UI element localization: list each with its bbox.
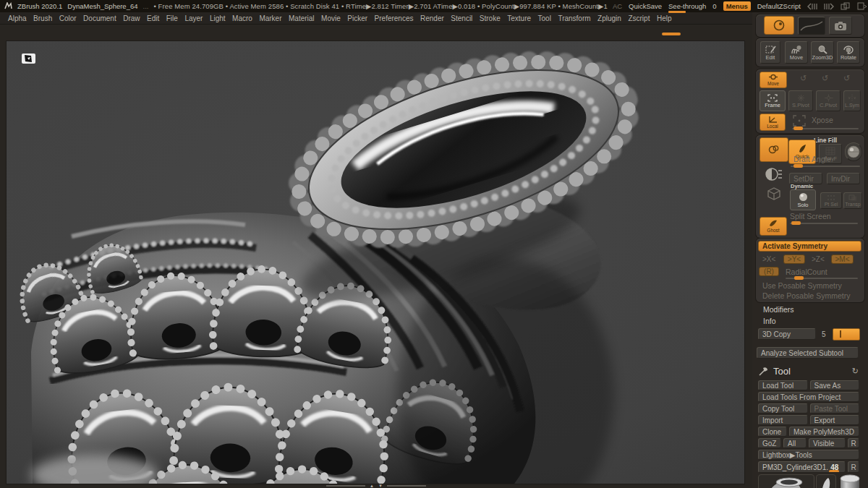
default-zscript-button[interactable]: DefaultZScript [757, 2, 801, 10]
quicksave-button[interactable]: QuickSave [629, 2, 662, 10]
menu-item-help[interactable]: Help [657, 14, 672, 22]
copy-3d-button[interactable]: 3D Copy [758, 328, 816, 340]
tray-arrow-up-icon[interactable]: ▲ [370, 484, 374, 488]
secondary-tool-thumbnail[interactable] [816, 474, 836, 488]
gyro-move-button[interactable]: Move [760, 72, 787, 88]
goz-all-button[interactable]: All [783, 438, 807, 448]
edit-button[interactable]: Edit [760, 41, 780, 64]
goz-button[interactable]: GoZ [758, 438, 781, 448]
menu-item-draw[interactable]: Draw [123, 14, 140, 22]
camera-button[interactable] [829, 17, 852, 35]
texture-thumbnail[interactable] [798, 17, 825, 35]
frame-button[interactable]: Frame [760, 90, 786, 111]
menu-item-marker[interactable]: Marker [259, 14, 281, 22]
delete-posable-symmetry-button[interactable]: Delete Posable Symmetry [762, 291, 850, 300]
see-through-slider-nub[interactable] [668, 11, 686, 13]
xpose-slider[interactable] [792, 128, 859, 129]
document-canvas[interactable] [6, 40, 745, 484]
radial-count-slider[interactable] [786, 278, 858, 279]
refresh-icon[interactable]: ↻ [852, 367, 859, 376]
draft-angle-slider-nub[interactable] [793, 164, 803, 168]
rotate-ccw-icon[interactable]: ↺ [800, 74, 807, 83]
palette-layout-icon[interactable] [857, 2, 867, 10]
xpose-slider-nub[interactable] [793, 127, 803, 130]
export-button[interactable]: Export [810, 415, 860, 425]
menu-item-tool[interactable]: Tool [538, 14, 551, 22]
load-tools-from-project-button[interactable]: Load Tools From Project [758, 392, 859, 402]
import-button[interactable]: Import [758, 415, 808, 425]
menu-item-render[interactable]: Render [420, 14, 444, 22]
copy-layout-icon[interactable] [841, 2, 851, 10]
menu-item-material[interactable]: Material [289, 14, 315, 22]
scroll-mode-button[interactable] [760, 137, 788, 162]
solo-button[interactable]: Solo [790, 189, 816, 210]
analyze-selected-subtool-button[interactable]: Analyze Selected Subtool [757, 347, 859, 359]
use-posable-symmetry-button[interactable]: Use Posable Symmetry [762, 281, 842, 290]
transparency-cube-icon[interactable] [765, 185, 783, 202]
lightbox-tools-button[interactable]: Lightbox▶Tools [758, 450, 859, 460]
radial-count-nub[interactable] [794, 276, 804, 280]
modifiers-label[interactable]: Modifiers [763, 305, 794, 314]
menu-item-preferences[interactable]: Preferences [375, 14, 414, 22]
rotate-ccw-icon[interactable]: ↺ [822, 74, 828, 83]
pt-sel-button[interactable]: Pt Sel [820, 192, 842, 209]
s-pivot-button[interactable]: S.Pivot [788, 90, 813, 111]
menu-item-color[interactable]: Color [59, 14, 77, 22]
menu-item-zplugin[interactable]: Zplugin [597, 14, 621, 22]
invdir-button[interactable]: InvDir [827, 173, 860, 184]
zoom3d-button[interactable]: Zoom3D [811, 41, 834, 64]
menus-button[interactable]: Menus [723, 1, 751, 11]
copy-tool-button[interactable]: Copy Tool [758, 403, 808, 414]
menu-item-stencil[interactable]: Stencil [451, 14, 472, 22]
radial-r-button[interactable]: (R) [759, 267, 779, 276]
tool-palette-header[interactable]: Tool ↻ [756, 364, 864, 377]
menu-item-brush[interactable]: Brush [33, 14, 52, 22]
ghost-button[interactable]: Ghost [760, 217, 787, 236]
sym-m-button[interactable]: >M< [831, 254, 854, 264]
rotate-canvas-button[interactable]: Rotate [837, 41, 860, 64]
make-polymesh3d-button[interactable]: Make PolyMesh3D [789, 427, 859, 437]
active-tool-slider[interactable]: PM3D_Cylinder3D1. 48 [758, 461, 846, 473]
load-tool-button[interactable]: Load Tool [758, 380, 808, 390]
goz-r-button[interactable]: R [848, 438, 859, 448]
menu-item-file[interactable]: File [166, 14, 178, 22]
menu-item-movie[interactable]: Movie [321, 14, 341, 22]
menu-item-transform[interactable]: Transform [558, 14, 590, 22]
move-canvas-button[interactable]: Move [785, 41, 808, 64]
c-pivot-button[interactable]: C.Pivot [816, 90, 841, 111]
flat-shade-icon[interactable] [765, 166, 783, 182]
goz-visible-button[interactable]: Visible [809, 438, 846, 448]
canvas-scrollbar-nub[interactable] [662, 33, 681, 35]
split-screen-slider[interactable] [790, 223, 858, 224]
sym-y-button[interactable]: >Y< [783, 254, 805, 264]
sculpted-model-viewport[interactable] [7, 41, 744, 484]
rotate-ccw-icon[interactable]: ↺ [843, 74, 850, 83]
menu-item-edit[interactable]: Edit [147, 14, 159, 22]
current-tool-thumbnail[interactable] [758, 474, 814, 488]
menu-item-document[interactable]: Document [83, 14, 116, 22]
l-sym-button[interactable]: L.Sym [843, 90, 861, 111]
copy-3d-input[interactable] [833, 328, 860, 341]
draft-angle-slider[interactable] [791, 166, 860, 167]
divider-right-icon[interactable] [824, 3, 834, 10]
save-as-button[interactable]: Save As [810, 380, 860, 390]
active-tool-r-button[interactable]: R [848, 461, 859, 473]
menu-item-stroke[interactable]: Stroke [480, 14, 501, 22]
sym-x-button[interactable]: >X< [762, 255, 775, 263]
material-sphere-button[interactable] [845, 142, 862, 161]
menu-item-alpha[interactable]: Alpha [8, 14, 27, 22]
menu-item-picker[interactable]: Picker [347, 14, 367, 22]
sym-z-button[interactable]: >Z< [812, 255, 825, 263]
menu-item-light[interactable]: Light [210, 14, 226, 22]
clone-button[interactable]: Clone [758, 427, 787, 437]
menu-item-layer[interactable]: Layer [184, 14, 203, 22]
menu-item-macro[interactable]: Macro [232, 14, 252, 22]
paste-tool-button[interactable]: Paste Tool [810, 403, 860, 414]
transp-button[interactable]: Transp [843, 192, 862, 209]
activate-symmetry-button[interactable]: Activate Symmetry [758, 241, 861, 252]
menu-item-texture[interactable]: Texture [507, 14, 531, 22]
see-through-slider[interactable]: See-through [668, 2, 706, 11]
divider-left-icon[interactable] [807, 3, 817, 10]
info-label[interactable]: Info [763, 317, 776, 325]
tray-arrow-down-icon[interactable]: ▼ [378, 484, 383, 488]
